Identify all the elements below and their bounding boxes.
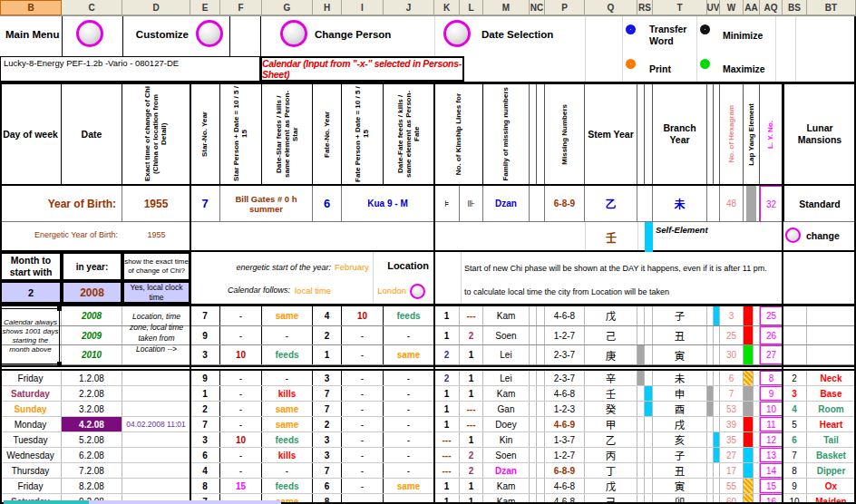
cell-fate-person: - xyxy=(342,386,384,401)
column-letter-AA[interactable]: AA xyxy=(744,0,760,15)
header-stem-year: Stem Year xyxy=(585,84,637,184)
column-letter-E[interactable]: E xyxy=(190,0,220,15)
cell-ly-no: 26 xyxy=(760,326,783,345)
cell-kinship-l: --- xyxy=(460,417,483,431)
column-letter-T[interactable]: T xyxy=(653,0,707,15)
maximize-button[interactable] xyxy=(700,59,710,69)
cell-spacer xyxy=(537,326,545,345)
energetic-start-value[interactable]: February xyxy=(335,262,369,272)
column-letter-I[interactable]: I xyxy=(342,0,384,15)
cell-kinship-k: 1 xyxy=(434,386,460,401)
cell-date-star: same xyxy=(262,402,313,416)
cell-lap-yang-bar xyxy=(744,463,754,478)
table-header-row: Day of week Date Exact time of change of… xyxy=(0,82,856,186)
header-lunar-mansions: Lunar Mansions xyxy=(783,84,856,184)
print-button[interactable] xyxy=(626,59,636,69)
birth-star-no: 7 xyxy=(190,186,220,222)
calendar-follows-value[interactable]: local time xyxy=(295,286,331,296)
cell-chi-change xyxy=(122,479,190,493)
year-input[interactable]: 2008 xyxy=(62,281,122,304)
cell-spacer xyxy=(754,448,760,462)
location-value[interactable]: London xyxy=(366,286,406,296)
column-letter-G[interactable]: G xyxy=(262,0,313,15)
header-date: Date xyxy=(62,84,122,184)
cell-year[interactable]: 2008 xyxy=(62,306,122,325)
change-person-button[interactable] xyxy=(280,20,307,47)
main-menu-button[interactable] xyxy=(76,20,103,47)
column-letter-H[interactable]: H xyxy=(313,0,342,15)
column-letter-J[interactable]: J xyxy=(384,0,434,15)
cell-date[interactable]: 5.2.08 xyxy=(62,432,122,447)
day-rows: Friday 1.2.08 9 - - 3 - - 2 1 Lei 2-3-7 … xyxy=(0,371,856,502)
month-input[interactable]: 2 xyxy=(0,281,62,304)
cell-hexagram: 55 xyxy=(720,479,744,493)
cell-fate-no: 4 xyxy=(313,306,342,325)
customize-button[interactable] xyxy=(196,20,223,47)
column-letter-P[interactable]: P xyxy=(545,0,585,15)
spacer-cell xyxy=(637,186,653,222)
cell-date[interactable]: 7.2.08 xyxy=(62,463,122,478)
cell-year[interactable]: 2010 xyxy=(62,345,122,364)
column-letter-C[interactable]: C xyxy=(62,0,122,15)
exact-time-option[interactable]: Yes, local clock time xyxy=(122,281,190,304)
cell-date[interactable]: 4.2.08 xyxy=(62,417,122,431)
column-letter-BT[interactable]: BT xyxy=(807,0,856,15)
column-letter-M[interactable]: M xyxy=(483,0,530,15)
cell-branch: 丑 xyxy=(653,326,707,345)
cell-bar xyxy=(637,326,645,345)
cell-star-person: - xyxy=(220,448,262,462)
cell-missing: 4-6-8 xyxy=(545,386,585,401)
column-letter-W[interactable]: W xyxy=(720,0,744,15)
cell-star-person: 15 xyxy=(220,479,262,493)
cell-fate-no: 6 xyxy=(313,479,342,493)
cell-date[interactable]: 2.2.08 xyxy=(62,386,122,401)
change-person-label: Change Person xyxy=(315,29,391,40)
cell-year[interactable]: 2009 xyxy=(62,326,122,345)
column-letter-K[interactable]: K xyxy=(434,0,460,15)
cell-fate-no: 2 xyxy=(313,326,342,345)
cell-empty xyxy=(807,326,856,345)
date-selection-button[interactable] xyxy=(443,20,471,47)
column-letter-F[interactable]: F xyxy=(220,0,262,15)
cell-spacer xyxy=(754,432,760,447)
cell-star-person: 10 xyxy=(220,432,262,447)
minimize-button[interactable] xyxy=(700,24,710,34)
column-letter-L[interactable]: L xyxy=(460,0,483,15)
cell-lap-yang-bar xyxy=(744,345,754,364)
column-letter-D[interactable]: D xyxy=(122,0,190,15)
month-start-header-row: Month to start with in year: show the ex… xyxy=(0,252,856,281)
column-letter-NC[interactable]: NC xyxy=(530,0,545,15)
column-letter-UV[interactable]: UV xyxy=(707,0,720,15)
cell-date[interactable]: 1.2.08 xyxy=(62,371,122,385)
cell-day-of-week: Friday xyxy=(0,479,62,493)
cell-spacer xyxy=(754,417,760,431)
cell-star-no: 4 xyxy=(190,463,220,478)
cell-empty xyxy=(783,306,807,325)
cell-branch: 戌 xyxy=(653,417,707,431)
spreadsheet: BCDEFGHIJKLMNCPQRSTUVWAAAQBSBT Main Menu… xyxy=(0,0,856,504)
header-star-no: Star-No. Year xyxy=(190,84,220,184)
column-letter-AQ[interactable]: AQ xyxy=(760,0,783,15)
transfer-word-button[interactable] xyxy=(626,24,636,34)
cell-branch: 亥 xyxy=(653,432,707,447)
cell-date-fate: feeds xyxy=(384,306,434,325)
column-letter-BS[interactable]: BS xyxy=(783,0,807,15)
cell-lap-yang-bar xyxy=(744,479,754,493)
cell-stem: 己 xyxy=(585,326,637,345)
header-spacer xyxy=(530,84,537,184)
birth-year-value: 1955 xyxy=(122,186,190,222)
cell-spacer xyxy=(754,371,760,385)
cell-date[interactable]: 8.2.08 xyxy=(62,479,122,493)
self-element-label: Self-Element xyxy=(656,225,708,236)
cell-spacer xyxy=(530,463,537,478)
column-letter-Q[interactable]: Q xyxy=(585,0,637,15)
cell-star-person: - xyxy=(220,326,262,345)
cell-spacer xyxy=(754,479,760,493)
location-button[interactable] xyxy=(410,284,425,299)
column-letter-RS[interactable]: RS xyxy=(637,0,653,15)
change-button[interactable] xyxy=(785,228,801,243)
in-year-label: in year: xyxy=(62,252,122,281)
cell-date[interactable]: 6.2.08 xyxy=(62,448,122,462)
cell-date[interactable]: 3.2.08 xyxy=(62,402,122,416)
column-letter-B[interactable]: B xyxy=(0,0,62,15)
